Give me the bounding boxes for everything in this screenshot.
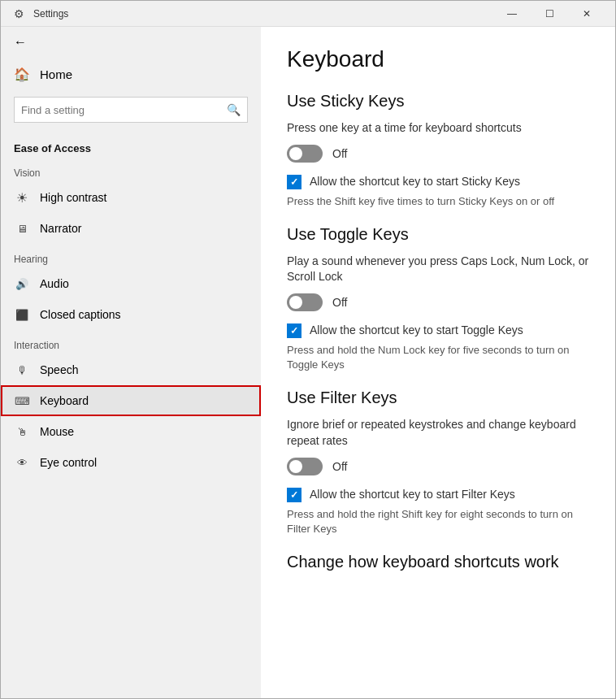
sidebar-item-label: Closed captions (40, 308, 121, 321)
sticky-keys-checkbox-label: Allow the shortcut key to start Sticky K… (310, 174, 520, 189)
high-contrast-icon: ☀ (14, 189, 30, 206)
sidebar-item-label: Mouse (40, 425, 74, 438)
sidebar-item-speech[interactable]: 🎙 Speech (1, 354, 261, 385)
sticky-keys-title: Use Sticky Keys (287, 92, 589, 111)
filter-keys-toggle-label: Off (332, 460, 347, 473)
sidebar-item-closed-captions[interactable]: ⬛ Closed captions (1, 299, 261, 330)
filter-keys-sub-desc: Press and hold the right Shift key for e… (287, 507, 589, 536)
checkmark-icon: ✓ (290, 176, 298, 188)
toggle-keys-checkbox-label: Allow the shortcut key to start Toggle K… (310, 323, 523, 337)
sidebar-item-label: Audio (40, 277, 69, 290)
back-icon: ← (14, 35, 27, 50)
closed-captions-icon: ⬛ (14, 306, 30, 323)
sidebar-item-home[interactable]: 🏠 Home (1, 58, 261, 90)
narrator-icon: 🖥 (14, 220, 30, 237)
shortcuts-title: Change how keyboard shortcuts work (287, 553, 589, 571)
search-icon: 🔍 (227, 103, 241, 116)
toggle-keys-toggle-label: Off (332, 296, 347, 309)
toggle-keys-toggle[interactable] (287, 293, 323, 311)
checkmark-icon: ✓ (290, 489, 298, 501)
sidebar-item-audio[interactable]: 🔊 Audio (1, 268, 261, 299)
section-header-interaction: Interaction (1, 330, 261, 354)
home-icon: 🏠 (14, 66, 30, 82)
main-content: Keyboard Use Sticky Keys Press one key a… (261, 27, 615, 698)
section-header-vision: Vision (1, 158, 261, 182)
eye-control-icon: 👁 (14, 454, 30, 471)
sidebar: ← 🏠 Home 🔍 Ease of Access Vision ☀ High … (1, 27, 261, 698)
sidebar-item-label: High contrast (40, 191, 106, 204)
toggle-keys-checkbox-row: ✓ Allow the shortcut key to start Toggle… (287, 323, 589, 338)
sidebar-item-keyboard[interactable]: ⌨ Keyboard (1, 385, 261, 416)
toggle-thumb (289, 460, 302, 473)
filter-keys-checkbox[interactable]: ✓ (287, 488, 301, 502)
toggle-keys-toggle-row: Off (287, 293, 589, 311)
filter-keys-toggle-row: Off (287, 458, 589, 475)
filter-keys-desc: Ignore brief or repeated keystrokes and … (287, 417, 589, 449)
window-title: Settings (33, 8, 493, 20)
home-label: Home (40, 67, 72, 81)
maximize-button[interactable]: ☐ (531, 1, 568, 27)
window-controls: — ☐ ✕ (493, 1, 605, 27)
speech-icon: 🎙 (14, 362, 30, 378)
toggle-keys-desc: Play a sound whenever you press Caps Loc… (287, 254, 589, 285)
back-button[interactable]: ← (1, 27, 261, 58)
sticky-keys-toggle-label: Off (332, 147, 347, 160)
sticky-keys-checkbox-row: ✓ Allow the shortcut key to start Sticky… (287, 174, 589, 189)
sidebar-item-label: Speech (40, 363, 78, 376)
filter-keys-checkbox-label: Allow the shortcut key to start Filter K… (310, 487, 515, 501)
checkmark-icon: ✓ (290, 325, 298, 336)
sidebar-item-label: Eye control (40, 456, 97, 469)
content-area: ← 🏠 Home 🔍 Ease of Access Vision ☀ High … (1, 27, 615, 698)
audio-icon: 🔊 (14, 276, 30, 292)
settings-window-icon: ⚙ (11, 6, 27, 22)
settings-window: ⚙ Settings — ☐ ✕ ← 🏠 Home 🔍 Ease (0, 0, 616, 699)
toggle-keys-title: Use Toggle Keys (287, 225, 589, 244)
keyboard-icon: ⌨ (14, 393, 30, 409)
page-title: Keyboard (287, 46, 589, 72)
sticky-keys-desc: Press one key at a time for keyboard sho… (287, 120, 589, 137)
filter-keys-title: Use Filter Keys (287, 389, 589, 407)
breadcrumb: Ease of Access (1, 129, 261, 158)
sidebar-item-label: Narrator (40, 222, 81, 235)
sidebar-item-label: Keyboard (40, 394, 89, 407)
mouse-icon: 🖱 (14, 423, 30, 440)
toggle-keys-sub-desc: Press and hold the Num Lock key for five… (287, 343, 589, 372)
sidebar-item-high-contrast[interactable]: ☀ High contrast (1, 182, 261, 213)
filter-keys-toggle[interactable] (287, 458, 323, 475)
sticky-keys-checkbox[interactable]: ✓ (287, 175, 301, 189)
filter-keys-checkbox-row: ✓ Allow the shortcut key to start Filter… (287, 487, 589, 502)
toggle-thumb (289, 296, 302, 309)
search-input[interactable] (21, 104, 227, 116)
sticky-keys-sub-desc: Press the Shift key five times to turn S… (287, 194, 589, 209)
toggle-keys-checkbox[interactable]: ✓ (287, 323, 301, 338)
close-button[interactable]: ✕ (568, 1, 605, 27)
titlebar: ⚙ Settings — ☐ ✕ (1, 1, 615, 27)
toggle-thumb (289, 147, 302, 160)
section-header-hearing: Hearing (1, 244, 261, 268)
minimize-button[interactable]: — (493, 1, 531, 27)
sidebar-item-eye-control[interactable]: 👁 Eye control (1, 447, 261, 478)
search-box[interactable]: 🔍 (14, 97, 248, 123)
sticky-keys-toggle[interactable] (287, 145, 323, 163)
sticky-keys-toggle-row: Off (287, 145, 589, 163)
sidebar-item-mouse[interactable]: 🖱 Mouse (1, 416, 261, 447)
sidebar-item-narrator[interactable]: 🖥 Narrator (1, 213, 261, 244)
